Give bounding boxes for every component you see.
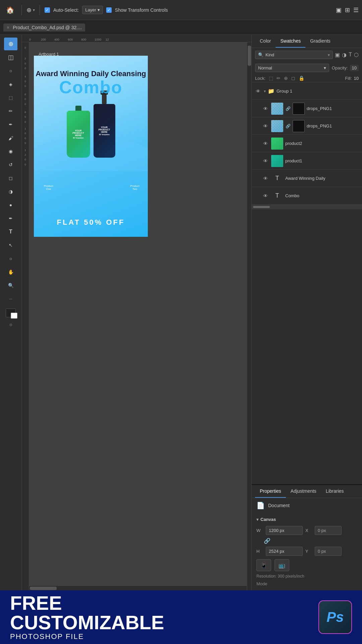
tool-more[interactable]: ··· xyxy=(4,292,17,305)
tool-eyedropper[interactable]: ✏ xyxy=(4,105,17,117)
move-tool-group: ⊕ ▾ xyxy=(26,6,35,14)
layer-visibility-toggle[interactable]: 👁 xyxy=(262,105,269,112)
layer-visibility-toggle[interactable]: 👁 xyxy=(262,140,269,147)
y-input[interactable]: 0 px xyxy=(315,547,342,556)
tool-shape[interactable]: ○ xyxy=(4,252,17,265)
tool-move[interactable]: ⊕ xyxy=(4,38,17,50)
layer-item[interactable]: 👁 ▾ 📁 Group 1 xyxy=(252,83,362,100)
tool-pen[interactable]: ✒ xyxy=(4,212,17,225)
fill-label: Fill: xyxy=(345,76,352,81)
x-input[interactable]: 0 px xyxy=(315,526,342,535)
tool-spot-healing[interactable]: ✒ xyxy=(4,118,17,131)
tab-close-button[interactable]: × xyxy=(7,25,9,30)
layer-item[interactable]: 👁 🔗 drops_PNG1 xyxy=(252,100,362,117)
properties-panel: Properties Adjustments Libraries 📄 Docum… xyxy=(252,484,362,590)
layer-visibility-toggle[interactable]: 👁 xyxy=(262,157,269,165)
ad-products-container: YOURPRODUCTHERE3D Templates YOURPRODUCTH… xyxy=(34,97,148,171)
tab-properties[interactable]: Properties xyxy=(255,485,286,498)
filter-pixel-icon[interactable]: ▣ xyxy=(335,52,340,58)
foreground-color[interactable] xyxy=(6,309,16,317)
layer-visibility-toggle[interactable]: 👁 xyxy=(262,192,269,200)
tool-zoom[interactable]: 🔍 xyxy=(4,279,17,292)
tool-path-select[interactable]: ↖ xyxy=(4,239,17,252)
artboard[interactable]: Award Winning Daily Cleansing Combo YOUR… xyxy=(34,56,148,237)
layer-visibility-toggle[interactable]: 👁 xyxy=(254,88,262,95)
align-icon-3[interactable]: ☰ xyxy=(353,6,359,14)
mode-label: Mode xyxy=(256,581,357,586)
lock-lock-icon[interactable]: 🔒 xyxy=(299,75,304,81)
group-expand-arrow[interactable]: ▾ xyxy=(264,89,266,94)
tool-crop[interactable]: ⬚ xyxy=(4,91,17,104)
tab-swatches[interactable]: Swatches xyxy=(276,35,305,48)
kind-dropdown-arrow[interactable]: ▾ xyxy=(328,53,330,57)
tool-history-brush[interactable]: ↺ xyxy=(4,158,17,171)
canvas-collapse-arrow[interactable]: ▾ xyxy=(256,517,258,522)
auto-select-checkbox[interactable]: ✓ xyxy=(45,7,50,13)
ruler-top: 0 200 400 600 800 1000 12 xyxy=(22,35,251,42)
tool-object-select[interactable]: ◈ xyxy=(4,78,17,91)
tool-brush[interactable]: 🖌 xyxy=(4,131,17,144)
layer-thumbnail xyxy=(271,120,283,132)
canvas-fields: W 1200 px X 0 px 🔗 H 2524 px Y 0 px xyxy=(256,526,357,556)
layer-link-icon: 🔗 xyxy=(285,106,291,111)
align-icon-1[interactable]: ▣ xyxy=(336,6,342,14)
x-label-1: X xyxy=(305,528,312,533)
transform-checkbox[interactable]: ✓ xyxy=(106,7,112,13)
canvas-scrollbar-v[interactable] xyxy=(247,42,251,590)
layers-scrollbar[interactable] xyxy=(252,205,362,209)
lock-art-icon[interactable]: ⊕ xyxy=(284,75,288,81)
layer-item[interactable]: 👁 T Combo xyxy=(252,187,362,205)
lock-icons: ⬚ ✏ ⊕ ◻ 🔒 xyxy=(269,75,304,81)
height-input[interactable]: 2524 px xyxy=(266,547,303,556)
canvas-portrait-btn[interactable]: 📱 xyxy=(256,559,271,571)
tab-color[interactable]: Color xyxy=(255,35,276,48)
layer-item[interactable]: 👁 product1 xyxy=(252,152,362,170)
opacity-value[interactable]: 10 xyxy=(350,65,359,71)
fill-value[interactable]: 10 xyxy=(354,76,359,81)
layer-item[interactable]: 👁 T Award Winning Daily xyxy=(252,170,362,187)
tool-clone[interactable]: ◉ xyxy=(4,145,17,158)
move-tool-chevron[interactable]: ▾ xyxy=(33,8,35,12)
tool-lasso[interactable]: ○ xyxy=(4,64,17,77)
move-tool-icon[interactable]: ⊕ xyxy=(26,6,32,14)
layers-search-box[interactable]: 🔍 Kind ▾ xyxy=(255,51,333,59)
link-row: 🔗 xyxy=(264,538,357,544)
lock-pixel-icon[interactable]: ⬚ xyxy=(269,75,273,81)
layer-visibility-toggle[interactable]: 👁 xyxy=(262,175,269,182)
tool-dodge[interactable]: ● xyxy=(4,199,17,211)
tool-gradient[interactable]: ◑ xyxy=(4,185,17,198)
blend-mode-select[interactable]: Normal ▾ xyxy=(255,64,329,72)
layer-item[interactable]: 👁 🔗 drops_PNG1 xyxy=(252,117,362,135)
width-input[interactable]: 1200 px xyxy=(266,526,303,535)
layer-visibility-toggle[interactable]: 👁 xyxy=(262,122,269,130)
lock-all-icon[interactable]: ◻ xyxy=(291,75,295,81)
home-button[interactable]: 🏠 xyxy=(3,3,17,17)
tab-gradients[interactable]: Gradients xyxy=(305,35,335,48)
width-label: W xyxy=(256,528,263,533)
filter-text-icon[interactable]: T xyxy=(349,52,352,58)
product-tube: YOURPRODUCTHERE3D Templates xyxy=(67,111,90,158)
filter-adjustment-icon[interactable]: ◑ xyxy=(342,52,347,58)
canvas-icon-buttons: 📱 📺 xyxy=(256,559,357,571)
document-label: Document xyxy=(268,503,290,508)
ruler-left: 0200 400 600 800 1000 1200 xyxy=(22,42,29,590)
layer-item[interactable]: 👁 product2 xyxy=(252,135,362,152)
wh-link-icon[interactable]: 🔗 xyxy=(264,538,270,544)
lock-position-icon[interactable]: ✏ xyxy=(277,75,281,81)
layer-dropdown[interactable]: Layer ▾ xyxy=(82,6,103,14)
filter-shape-icon[interactable]: ⬡ xyxy=(354,52,359,58)
canvas-landscape-btn[interactable]: 📺 xyxy=(275,559,289,571)
tool-hand[interactable]: ✋ xyxy=(4,266,17,278)
tool-eraser[interactable]: ◻ xyxy=(4,172,17,184)
canvas-scrollbar-h[interactable] xyxy=(29,586,247,590)
canvas-section-title: ▾ Canvas xyxy=(256,517,357,522)
tab-title: Product_Combo_Ad.psd @ 32.... xyxy=(13,25,82,30)
tool-type[interactable]: T xyxy=(4,225,17,238)
tab-libraries[interactable]: Libraries xyxy=(321,485,349,498)
group-folder-icon: 📁 xyxy=(268,88,275,94)
align-icon-2[interactable]: ⊞ xyxy=(345,6,350,14)
tool-marquee[interactable]: ◫ xyxy=(4,51,17,64)
water-wave xyxy=(34,138,148,171)
tab-adjustments[interactable]: Adjustments xyxy=(286,485,321,498)
quick-mask[interactable]: ◎ xyxy=(9,323,12,326)
